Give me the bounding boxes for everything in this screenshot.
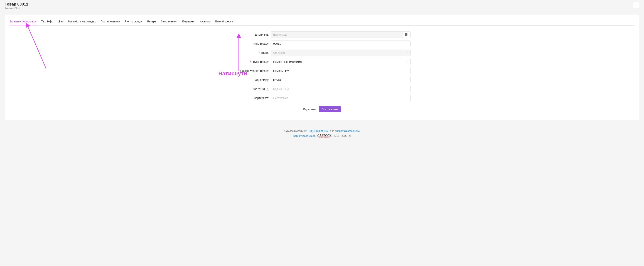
page-subtitle: Ремень ГРМ <box>5 7 28 10</box>
tab-prices[interactable]: Ціни <box>58 18 64 26</box>
tab-own-crosses[interactable]: Власні кросси <box>215 18 233 26</box>
support-email-link[interactable]: support@carbook.pro <box>335 130 360 132</box>
tab-tech-info[interactable]: Тех. інфо <box>41 18 53 26</box>
barcode-label: Штрих-код <box>234 33 271 36</box>
page-title: Товар 00011 <box>5 2 28 6</box>
product-form: Штрих-код <box>234 32 410 112</box>
expand-icon <box>635 4 638 7</box>
group-select[interactable] <box>271 59 410 65</box>
barcode-scan-button[interactable] <box>403 32 410 38</box>
uktzed-label: Код УКТЗЕД <box>234 87 271 90</box>
name-label: *Найменування товару <box>234 69 271 72</box>
svg-rect-6 <box>408 33 408 36</box>
unit-input[interactable] <box>271 77 410 83</box>
support-phone-link[interactable]: +38(044) 389-3355 <box>308 130 329 132</box>
content-card: Загальна інформація Тех. інфо Ціни Наявн… <box>5 15 639 120</box>
group-label: *Група товару <box>234 60 271 63</box>
unit-label: Од. виміру <box>234 78 271 82</box>
code-label: *Код товару <box>234 42 271 45</box>
registered-icon: R <box>348 134 351 137</box>
cert-input[interactable] <box>271 95 410 101</box>
carbook-logo: CAЯBOOK cause we love the cars <box>318 134 332 138</box>
delete-button[interactable]: Видалити <box>303 108 316 111</box>
tab-general-info[interactable]: Загальна інформація <box>10 18 36 26</box>
tab-stock-availability[interactable]: Наявність на складах <box>68 18 96 26</box>
svg-rect-5 <box>408 33 408 36</box>
apply-button[interactable]: Застосувати <box>319 106 341 112</box>
code-input[interactable] <box>271 40 410 47</box>
barcode-icon <box>405 33 408 36</box>
tab-stock-movement[interactable]: Рух по складу <box>125 18 142 26</box>
footer: Служба підтримки: +38(044) 389-3355 або … <box>0 125 644 144</box>
tab-suppliers[interactable]: Постачальники <box>100 18 120 26</box>
tabs: Загальна інформація Тех. інфо Ціни Наявн… <box>10 15 634 26</box>
svg-rect-0 <box>405 33 406 36</box>
page-header: Товар 00011 Ремень ГРМ <box>0 0 644 13</box>
brand-select <box>271 50 410 56</box>
barcode-input <box>271 32 403 38</box>
support-prefix: Служба підтримки: <box>284 130 308 132</box>
expand-button[interactable] <box>633 2 639 8</box>
svg-rect-2 <box>406 33 406 36</box>
uktzed-input[interactable] <box>271 86 410 92</box>
tab-storage[interactable]: Зберігання <box>181 18 195 26</box>
tab-analogs[interactable]: Аналоги <box>200 18 210 26</box>
tab-reserve[interactable]: Резерв <box>147 18 156 26</box>
svg-rect-4 <box>407 33 407 36</box>
cert-label: Сертифікат <box>234 96 271 100</box>
name-input[interactable] <box>271 68 410 74</box>
user-agreement-link[interactable]: Користувача угода <box>293 134 315 137</box>
tab-orders[interactable]: Замовлення <box>161 18 177 26</box>
brand-label: *Бренд <box>234 51 271 54</box>
copyright-years: 2015 - 2023 <box>334 134 348 137</box>
